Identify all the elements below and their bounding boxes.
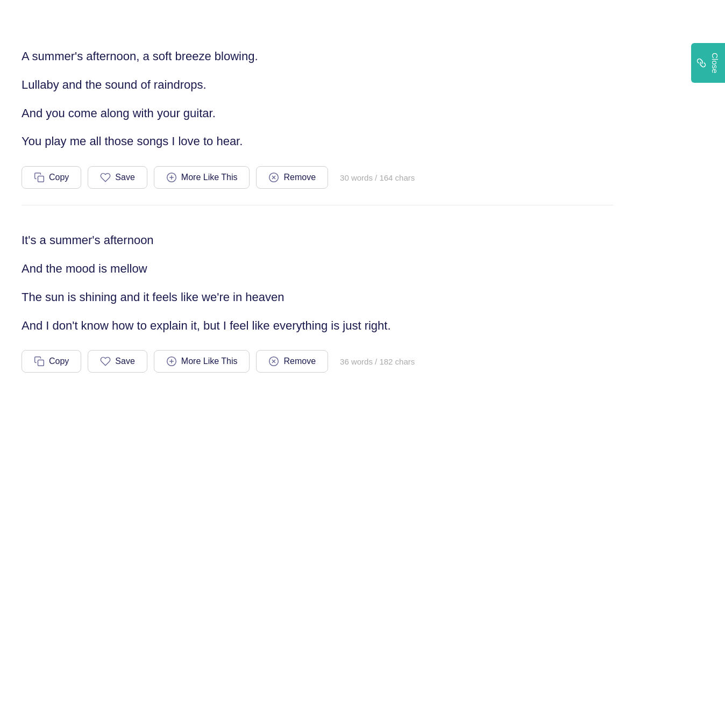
copy-icon <box>34 172 45 183</box>
save-label-1: Save <box>115 173 134 182</box>
poem-line: You play me all those songs I love to he… <box>22 133 613 150</box>
poem-line: A summer's afternoon, a soft breeze blow… <box>22 48 613 65</box>
save-button-1[interactable]: Save <box>88 166 147 189</box>
poem-line: Lullaby and the sound of raindrops. <box>22 77 613 94</box>
x-circle-icon <box>268 356 279 367</box>
more-like-this-label-1: More Like This <box>181 173 238 182</box>
poem-line: The sun is shining and it feels like we'… <box>22 289 613 306</box>
word-count-2: 36 words / 182 chars <box>340 357 415 366</box>
svg-rect-0 <box>38 176 44 182</box>
close-tab-label: Close <box>710 53 720 73</box>
copy-button-1[interactable]: Copy <box>22 166 81 189</box>
heart-icon <box>100 172 111 183</box>
remove-label-2: Remove <box>283 356 316 366</box>
more-like-this-button-1[interactable]: More Like This <box>154 166 250 189</box>
poem-line: It's a summer's afternoon <box>22 232 613 249</box>
poem-line: And I don't know how to explain it, but … <box>22 318 613 334</box>
word-count-1: 30 words / 164 chars <box>340 173 415 182</box>
heart-icon <box>100 356 111 367</box>
copy-label-2: Copy <box>49 356 69 366</box>
result-block-1: A summer's afternoon, a soft breeze blow… <box>22 27 613 205</box>
close-tab-button[interactable]: Close <box>691 43 725 83</box>
save-button-2[interactable]: Save <box>88 350 147 373</box>
save-label-2: Save <box>115 356 134 366</box>
copy-label-1: Copy <box>49 173 69 182</box>
action-bar-1: Copy Save More Like This <box>22 166 613 189</box>
poem-line: And you come along with your guitar. <box>22 105 613 122</box>
plus-circle-icon <box>166 172 177 183</box>
more-like-this-label-2: More Like This <box>181 356 238 366</box>
main-content: A summer's afternoon, a soft breeze blow… <box>0 0 645 389</box>
remove-button-2[interactable]: Remove <box>256 350 328 373</box>
plus-circle-icon <box>166 356 177 367</box>
action-bar-2: Copy Save More Like This <box>22 350 613 373</box>
copy-icon <box>34 356 45 367</box>
copy-button-2[interactable]: Copy <box>22 350 81 373</box>
remove-label-1: Remove <box>283 173 316 182</box>
link-icon <box>696 58 706 68</box>
poem-lines-1: A summer's afternoon, a soft breeze blow… <box>22 48 613 150</box>
poem-line: And the mood is mellow <box>22 261 613 277</box>
x-circle-icon <box>268 172 279 183</box>
svg-rect-7 <box>38 360 44 366</box>
remove-button-1[interactable]: Remove <box>256 166 328 189</box>
result-block-2: It's a summer's afternoon And the mood i… <box>22 205 613 389</box>
poem-lines-2: It's a summer's afternoon And the mood i… <box>22 232 613 334</box>
more-like-this-button-2[interactable]: More Like This <box>154 350 250 373</box>
